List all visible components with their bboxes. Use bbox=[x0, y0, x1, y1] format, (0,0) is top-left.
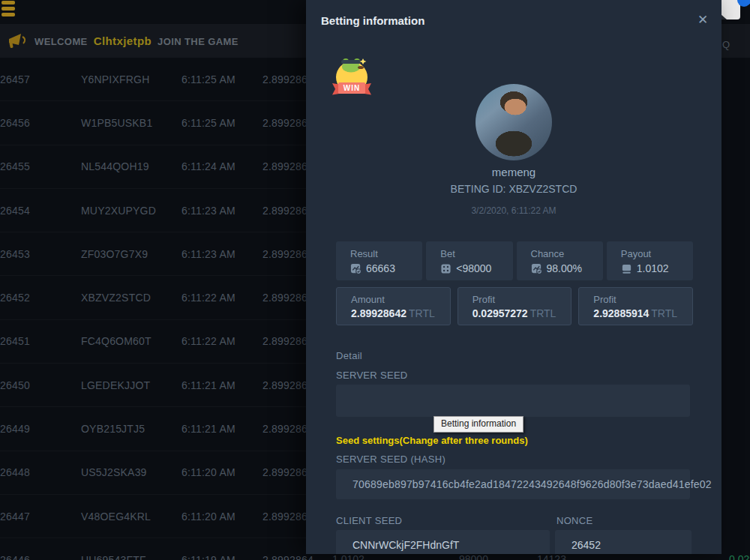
bet-user-cell: V48OEG4KRL bbox=[81, 511, 182, 523]
bets-table-body: 26457Y6NPIXFRGH6:11:25 AM2.899286426456W… bbox=[0, 58, 330, 560]
nonce-label: NONCE bbox=[556, 515, 592, 526]
welcome-username: Clhtxjetpb bbox=[91, 34, 154, 47]
table-row[interactable]: 26456W1PB5USKB16:11:25 AM2.8992864 bbox=[0, 101, 330, 145]
table-row[interactable]: 26447V48OEG4KRL6:11:20 AM2.8992864 bbox=[0, 495, 330, 538]
bet-time-cell: 6:11:23 AM bbox=[182, 205, 262, 217]
stat-bet: Bet <98000 bbox=[426, 241, 512, 280]
bet-id-cell: 26448 bbox=[0, 466, 81, 478]
stat-result-value: 66663 bbox=[366, 262, 395, 274]
bg-bet-cell: 98000 bbox=[459, 553, 488, 560]
bet-user-cell: NL544QOH19 bbox=[81, 160, 182, 172]
bet-user-cell: MUY2XUPYGD bbox=[81, 205, 182, 217]
modal-title: Betting information bbox=[321, 14, 424, 27]
hamburger-menu-icon[interactable] bbox=[2, 1, 16, 17]
table-row[interactable]: 26452XBZVZ2STCD6:11:22 AM2.8992864 bbox=[0, 276, 330, 319]
bet-time-cell: 6:11:22 AM bbox=[182, 292, 262, 304]
betting-information-modal: Betting information ✕ WIN memeng BETING … bbox=[306, 0, 722, 554]
app-screen: WELCOME Clhtxjetpb JOIN THE GAME Q 26457… bbox=[0, 0, 750, 560]
profit-label: Profit bbox=[472, 294, 572, 305]
table-row[interactable]: 26453ZF03O7G7X96:11:23 AM2.8992864 bbox=[0, 232, 330, 276]
amount-value: 2.89928642 bbox=[351, 307, 406, 319]
avatar[interactable] bbox=[476, 84, 552, 160]
amount-unit: TRTL bbox=[406, 307, 435, 319]
table-row[interactable]: 26450LGEDEKJJOT6:11:21 AM2.8992864 bbox=[0, 364, 330, 407]
amount-box: Amount 2.89928642TRTL bbox=[336, 287, 451, 325]
welcome-prefix: WELCOME bbox=[34, 36, 88, 47]
bet-time-cell: 6:11:25 AM bbox=[182, 117, 262, 129]
client-seed-label: CLIENT SEED bbox=[336, 515, 402, 526]
bet-time-cell: 6:11:22 AM bbox=[182, 335, 262, 347]
bet-id-cell: 26449 bbox=[0, 423, 81, 435]
bet-user-cell: US5J2SKA39 bbox=[81, 466, 182, 478]
stat-result: Result 66663 bbox=[336, 241, 422, 280]
bet-id-cell: 26452 bbox=[0, 292, 81, 304]
bet-user-cell: FC4Q6OM60T bbox=[81, 335, 182, 347]
nav-faq-fragment: Q bbox=[722, 39, 730, 50]
stats-row: Result 66663 Bet bbox=[336, 241, 693, 280]
server-seed-field[interactable] bbox=[336, 385, 690, 417]
bet-id-cell: 26457 bbox=[0, 73, 81, 85]
bet-id-cell: 26446 bbox=[0, 554, 81, 560]
detail-label: Detail bbox=[336, 350, 362, 361]
bet-user-cell: XBZVZ2STCD bbox=[81, 292, 182, 304]
bet-time-cell: 6:11:20 AM bbox=[182, 466, 262, 478]
bet-id-cell: 26454 bbox=[0, 205, 81, 217]
bet-time-cell: 6:11:21 AM bbox=[182, 379, 262, 391]
chance-chart-icon bbox=[531, 263, 542, 274]
client-seed-value: CNNrWCkjF2FHdnGfT bbox=[336, 530, 550, 551]
table-row[interactable]: 26457Y6NPIXFRGH6:11:25 AM2.8992864 bbox=[0, 58, 330, 101]
table-row[interactable]: 26449OYB215JTJ56:11:21 AM2.8992864 bbox=[0, 407, 330, 451]
bet-user-cell: UU69543FTF bbox=[81, 554, 182, 560]
client-seed-field[interactable]: CNNrWCkjF2FHdnGfT bbox=[336, 530, 550, 554]
bet-time-cell: 6:11:25 AM bbox=[182, 73, 262, 85]
amounts-row: Amount 2.89928642TRTL Profit 0.02957272T… bbox=[336, 287, 693, 325]
betting-id: BETING ID: XBZVZ2STCD bbox=[306, 183, 722, 195]
result-chart-icon bbox=[350, 263, 362, 274]
table-row[interactable]: 26455NL544QOH196:11:24 AM2.8992864 bbox=[0, 145, 330, 189]
bet-id-cell: 26447 bbox=[0, 511, 81, 523]
table-row[interactable]: 26451FC4Q6OM60T6:11:22 AM2.8992864 bbox=[0, 320, 330, 364]
total-profit-unit: TRTL bbox=[649, 307, 677, 319]
payout-coins-icon bbox=[621, 263, 632, 274]
bet-time-cell: 6:11:24 AM bbox=[182, 160, 262, 172]
bet-amount-cell: 2.8992864 bbox=[262, 554, 330, 560]
bet-time-cell: 6:11:20 AM bbox=[182, 511, 262, 523]
server-seed-hash-field[interactable]: 70689eb897b97416cb4fe2ad18472243492648f9… bbox=[336, 469, 690, 499]
bet-time-cell: 6:11:19 AM bbox=[182, 554, 262, 560]
bet-user-cell: OYB215JTJ5 bbox=[81, 423, 182, 435]
dice-icon bbox=[440, 263, 452, 274]
bet-time-cell: 6:11:23 AM bbox=[182, 248, 262, 260]
server-seed-label: SERVER SEED bbox=[336, 370, 408, 381]
bet-user-cell: LGEDEKJJOT bbox=[81, 379, 182, 391]
stat-bet-value: <98000 bbox=[456, 262, 491, 274]
bet-id-cell: 26456 bbox=[0, 117, 81, 129]
nonce-field[interactable]: 26452 bbox=[555, 530, 692, 554]
stat-payout: Payout 1.0102 bbox=[607, 241, 693, 280]
seed-settings-heading: Seed settings(Change after three rounds) bbox=[336, 435, 528, 446]
amount-label: Amount bbox=[351, 294, 450, 305]
bg-profit-cell: 0.0295752 bbox=[729, 553, 750, 560]
bet-datetime: 3/2/2020, 6:11:22 AM bbox=[306, 205, 722, 216]
close-icon[interactable]: ✕ bbox=[694, 12, 711, 28]
bet-id-cell: 26451 bbox=[0, 335, 81, 347]
total-profit-value: 2.92885914 bbox=[593, 307, 649, 319]
total-profit-label: Profit bbox=[593, 294, 692, 305]
bg-payout-cell: 1.0102 bbox=[332, 553, 364, 560]
table-row[interactable]: 26454MUY2XUPYGD6:11:23 AM2.8992864 bbox=[0, 189, 330, 232]
welcome-suffix: JOIN THE GAME bbox=[158, 36, 238, 47]
stat-result-label: Result bbox=[350, 248, 422, 259]
stat-payout-label: Payout bbox=[621, 248, 693, 259]
bet-time-cell: 6:11:21 AM bbox=[182, 423, 262, 435]
table-row[interactable]: 26448US5J2SKA396:11:20 AM2.8992864 bbox=[0, 451, 330, 495]
total-profit-box: Profit 2.92885914TRTL bbox=[578, 287, 693, 325]
table-row[interactable]: 26446UU69543FTF6:11:19 AM2.8992864 bbox=[0, 538, 330, 560]
player-name: memeng bbox=[306, 166, 722, 178]
stat-chance-value: 98.00% bbox=[547, 262, 582, 274]
server-seed-value bbox=[336, 385, 690, 394]
profit-unit: TRTL bbox=[528, 307, 556, 319]
server-seed-hash-value: 70689eb897b97416cb4fe2ad18472243492648f9… bbox=[336, 469, 690, 490]
profit-value: 0.02957272 bbox=[472, 307, 528, 319]
tooltip: Betting information bbox=[434, 416, 524, 433]
bet-user-cell: W1PB5USKB1 bbox=[81, 117, 182, 129]
win-badge-label: WIN bbox=[330, 84, 374, 92]
